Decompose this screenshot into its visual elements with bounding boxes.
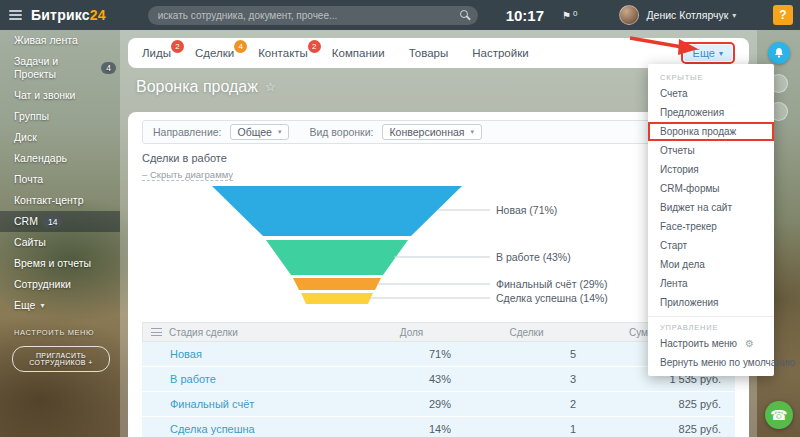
filter-bar: Направление: Общее ▾ Вид воронки: Конвер… [142, 120, 735, 144]
search-icon[interactable] [460, 10, 468, 18]
bell-icon [773, 47, 785, 59]
sidebar-item-chat[interactable]: Чат и звонки [0, 85, 120, 106]
funnel-view-filter-label: Вид воронки: [309, 126, 373, 138]
share-value: 71% [360, 348, 465, 360]
funnel-label-in-progress: В работе (43%) [496, 251, 571, 263]
deals-value: 3 [465, 373, 590, 385]
menu-item-start[interactable]: Старт [648, 236, 774, 255]
sidebar-item-sites[interactable]: Сайты [0, 232, 120, 253]
col-deals[interactable]: Сделки [464, 327, 589, 338]
menu-item-my-activities[interactable]: Мои дела [648, 255, 774, 274]
global-search[interactable] [148, 6, 478, 25]
search-input[interactable] [158, 10, 454, 21]
user-menu[interactable]: Денис Котлярчук ▾ [646, 9, 736, 21]
help-button[interactable]: ? [773, 5, 793, 25]
notifications-flag[interactable]: ⚑ 0 [562, 10, 577, 21]
funnel-svg [172, 186, 502, 306]
more-menu-button[interactable]: Еще ▾ [684, 45, 732, 61]
sidebar-item-time-reports[interactable]: Время и отчеты [0, 253, 120, 274]
favorite-star-icon[interactable]: ☆ [265, 80, 276, 94]
gear-icon: ⚙ [745, 338, 754, 349]
share-value: 14% [360, 423, 465, 435]
sidebar-item-calendar[interactable]: Календарь [0, 148, 120, 169]
hidden-section-header: СКРЫТЫЕ [648, 69, 774, 84]
sidebar-item-employees[interactable]: Сотрудники [0, 274, 120, 295]
chevron-down-icon: ▾ [40, 299, 44, 312]
sidebar-item-groups[interactable]: Группы [0, 106, 120, 127]
stage-link[interactable]: Новая [168, 348, 360, 360]
menu-item-history[interactable]: История [648, 160, 774, 179]
stages-table: Стадия сделки Доля Сделки Сумма, Рубль Н… [142, 322, 735, 437]
sidebar-item-contact-center[interactable]: Контакт-центр [0, 190, 120, 211]
menu-item-quotes[interactable]: Предложения [648, 103, 774, 122]
tab-companies[interactable]: Компании [332, 47, 385, 59]
top-bar: Битрикс24 10:17 ⚑ 0 Денис Котлярчук ▾ [0, 0, 800, 30]
hamburger-menu-icon[interactable] [9, 10, 22, 20]
sum-value: 825 руб. [590, 398, 735, 410]
clock[interactable]: 10:17 [506, 7, 544, 24]
menu-item-face-tracker[interactable]: Face-трекер [648, 217, 774, 236]
telephony-button[interactable]: ☎ [765, 401, 793, 429]
menu-item-configure-menu[interactable]: Настроить меню ⚙ [648, 334, 774, 353]
hide-chart-link[interactable]: – Скрыть диаграмму [142, 169, 233, 181]
tab-leads[interactable]: Лиды2 [142, 47, 171, 59]
manage-section-header: УПРАВЛЕНИЕ [648, 319, 774, 334]
deals-in-progress-label: Сделки в работе [142, 152, 735, 164]
chevron-down-icon: ▾ [470, 128, 474, 136]
logo-suffix: 24 [90, 7, 106, 23]
share-value: 29% [360, 398, 465, 410]
grid-settings-icon[interactable] [151, 328, 162, 336]
share-value: 43% [360, 373, 465, 385]
leads-badge: 2 [171, 40, 184, 53]
flag-icon: ⚑ [562, 10, 571, 21]
menu-item-applications[interactable]: Приложения [648, 293, 774, 312]
configure-menu-link[interactable]: НАСТРОИТЬ МЕНЮ [0, 316, 120, 337]
tab-contacts[interactable]: Контакты2 [258, 47, 308, 59]
col-stage[interactable]: Стадия сделки [169, 327, 359, 338]
funnel-stage-new[interactable] [212, 186, 462, 236]
stage-link[interactable]: Финальный счёт [168, 398, 360, 410]
sidebar-item-live-feed[interactable]: Живая лента [0, 30, 120, 51]
sidebar-item-mail[interactable]: Почта [0, 169, 120, 190]
menu-divider [648, 316, 774, 317]
menu-item-site-widget[interactable]: Виджет на сайт [648, 198, 774, 217]
direction-select[interactable]: Общее ▾ [230, 124, 290, 140]
stage-link[interactable]: В работе [168, 373, 360, 385]
funnel-stage-final-invoice[interactable] [293, 278, 381, 290]
sidebar-item-more[interactable]: Еще▾ [0, 295, 120, 316]
stage-link[interactable]: Сделка успешна [168, 423, 360, 435]
user-avatar[interactable] [619, 5, 639, 25]
direction-filter-label: Направление: [153, 126, 222, 138]
table-row[interactable]: Финальный счёт 29% 2 825 руб. [142, 392, 735, 417]
table-row[interactable]: Сделка успешна 14% 1 825 руб. [142, 417, 735, 437]
funnel-view-select[interactable]: Конверсионная ▾ [382, 124, 483, 140]
tab-settings[interactable]: Настройки [472, 47, 528, 59]
menu-item-crm-forms[interactable]: CRM-формы [648, 179, 774, 198]
col-share[interactable]: Доля [359, 327, 464, 338]
menu-item-reset-menu[interactable]: Вернуть меню по умолчанию [648, 353, 774, 372]
deals-badge: 4 [234, 40, 247, 53]
menu-item-sales-funnel[interactable]: Воронка продаж [648, 122, 774, 141]
menu-item-invoices[interactable]: Счета [648, 84, 774, 103]
contacts-badge: 2 [308, 40, 321, 53]
sidebar-item-crm[interactable]: CRM14 [0, 211, 120, 232]
sidebar-item-drive[interactable]: Диск [0, 127, 120, 148]
user-name: Денис Котлярчук [646, 9, 728, 21]
funnel-stage-deal-won[interactable] [301, 293, 373, 304]
sidebar-item-tasks[interactable]: Задачи и Проекты4 [0, 51, 120, 85]
app-logo[interactable]: Битрикс24 [31, 7, 106, 23]
tab-products[interactable]: Товары [409, 47, 449, 59]
flag-count: 0 [573, 9, 577, 18]
table-row[interactable]: В работе 43% 3 1 535 руб. [142, 367, 735, 392]
menu-item-reports[interactable]: Отчеты [648, 141, 774, 160]
chevron-down-icon: ▾ [732, 11, 736, 20]
menu-item-stream[interactable]: Лента [648, 274, 774, 293]
chevron-down-icon: ▾ [278, 128, 282, 136]
invite-employees-button[interactable]: ПРИГЛАСИТЬ СОТРУДНИКОВ + [12, 346, 110, 372]
tab-deals[interactable]: Сделки4 [195, 47, 234, 59]
notifications-button[interactable] [768, 42, 790, 64]
funnel-stage-in-progress[interactable] [266, 240, 408, 275]
logo-text: Битрикс [31, 7, 90, 23]
annotation-box-more: Еще ▾ [681, 42, 735, 64]
table-row[interactable]: Новая 71% 5 [142, 342, 735, 367]
